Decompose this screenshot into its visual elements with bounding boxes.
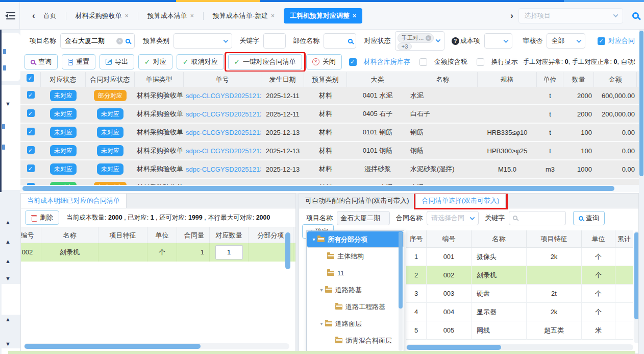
row-checkbox[interactable] [27, 91, 35, 99]
tree-item[interactable]: 道路工程路基 [307, 298, 404, 315]
doc-no-link[interactable]: sdpc-CLCGYSD2025121400( [184, 184, 261, 185]
sidebar-expand-icon[interactable] [5, 101, 11, 107]
amount-tax-checkbox[interactable] [419, 58, 427, 66]
row-checkbox[interactable] [27, 183, 35, 185]
project-name-input[interactable] [65, 37, 114, 45]
one-key-match-button[interactable]: 一键对应合同清单 [228, 54, 302, 69]
table-row[interactable]: 002 刻录机 个 1 [20, 243, 295, 262]
tree-item[interactable]: 道路路基 [307, 281, 404, 298]
tab-material-receipt[interactable]: 材料采购验收单× [72, 11, 132, 20]
table-row[interactable]: 5 005 网线 超五类 米 [406, 321, 633, 340]
page-bottom-scroll-strip[interactable] [8, 351, 635, 354]
tab-budget-cost[interactable]: 预算成本清单× [144, 11, 197, 20]
reset-button[interactable]: 重置 [62, 54, 95, 69]
row-checkbox[interactable] [27, 128, 35, 135]
tree-vertical-scrollbar[interactable] [399, 232, 403, 351]
project-select[interactable]: 选择项目 [518, 8, 623, 23]
scrollbar-thumb[interactable] [407, 345, 501, 350]
table-row[interactable]: 未对应 未对应 材料采购验收单 sdpc-CLCGYSD2025121200( … [20, 105, 639, 124]
sidebar-expand-icon[interactable] [5, 258, 11, 264]
panel-horizontal-scrollbar[interactable] [24, 343, 289, 349]
wrap-line-checkbox[interactable] [477, 58, 484, 66]
close-icon[interactable]: × [190, 12, 194, 19]
page-vertical-scrollbar[interactable] [639, 30, 644, 354]
match-button[interactable]: 对应 [138, 54, 172, 69]
table-row[interactable]: 未对应 未对应 材料采购验收单 sdpc-CLCGYSD2025121300( … [20, 160, 639, 179]
doc-no-link[interactable]: sdpc-CLCGYSD2025121300( [184, 166, 261, 173]
table-horizontal-scrollbar[interactable] [406, 344, 633, 350]
row-checkbox[interactable] [27, 109, 35, 117]
tab-home[interactable]: 首页 [40, 11, 60, 20]
export-button[interactable]: 导出 [100, 54, 134, 69]
sidebar-expand-icon[interactable] [5, 220, 11, 225]
query-button[interactable]: 查询 [24, 54, 58, 69]
menu-collapse-icon[interactable] [5, 12, 16, 20]
table-horizontal-scrollbar[interactable] [20, 185, 639, 192]
row-checkbox[interactable] [27, 146, 35, 154]
contract-select[interactable]: 请选择合同 [427, 211, 479, 225]
scrollbar-thumb[interactable] [22, 186, 614, 191]
query-button[interactable]: 查询 [573, 211, 605, 225]
clear-icon[interactable] [116, 38, 123, 44]
sidebar-expand-icon[interactable] [5, 239, 11, 245]
part-name-input[interactable] [327, 37, 348, 45]
tree-item[interactable]: 主体结构 [307, 248, 404, 265]
close-button[interactable]: 关闭 [306, 54, 342, 69]
scrollbar-thumb[interactable] [639, 31, 643, 176]
table-row[interactable]: 未对应 未对应 材料采购验收单 sdpc-CLCGYSD2025121300( … [20, 142, 639, 160]
tree-item[interactable]: 沥青混合料面层 [307, 332, 404, 349]
tabs-scroll-right-icon[interactable]: › [505, 11, 518, 21]
sidebar-expand-icon[interactable] [5, 276, 11, 281]
table-row[interactable]: 2 002 刻录机 个 [406, 266, 633, 285]
doc-no-link[interactable]: sdpc-CLCGYSD2025121200( [184, 92, 261, 100]
tab-contract-select[interactable]: 合同清单选择(双击可带入) [416, 194, 506, 208]
search-icon[interactable] [348, 39, 353, 43]
match-contract-checkbox[interactable] [598, 37, 605, 45]
budget-type-select[interactable] [174, 33, 232, 49]
keyword-input[interactable] [263, 33, 286, 49]
doc-no-link[interactable]: sdpc-CLCGYSD2025121300( [184, 147, 261, 155]
scrollbar-thumb[interactable] [399, 232, 403, 309]
match-qty-input[interactable] [215, 245, 243, 259]
caret-down-icon[interactable] [318, 287, 325, 293]
material-stock-checkbox[interactable] [349, 58, 357, 66]
delete-button[interactable]: 删除 [25, 210, 59, 225]
sidebar-expand-icon[interactable] [5, 341, 11, 347]
scrollbar-thumb[interactable] [24, 344, 201, 349]
tab-budget-cost-new[interactable]: 预算成本清单-新建× [210, 11, 278, 20]
caret-down-icon[interactable] [318, 321, 325, 326]
tab-matched-contract-list[interactable]: 当前成本明细已对应的合同清单 [21, 194, 127, 208]
panel-vertical-scrollbar[interactable] [285, 232, 290, 269]
tab-active-adjust[interactable]: 工料机预算对应调整× [284, 8, 362, 23]
tabs-scroll-left-icon[interactable]: ‹ [27, 11, 40, 21]
caret-down-icon[interactable] [310, 237, 317, 242]
tab-auto-match-list[interactable]: 可自动匹配的合同清单(双击可带入) [299, 194, 416, 208]
table-row[interactable]: 3 003 硬盘 2t 个 [406, 285, 633, 303]
project-name-input[interactable] [337, 211, 390, 225]
table-row[interactable]: 未对应 未对应 材料采购验收单 sdpc-CLCGYSD2025121300( … [20, 124, 639, 142]
doc-no-link[interactable]: sdpc-CLCGYSD2025121300( [184, 129, 261, 136]
cost-item-select[interactable] [484, 33, 513, 49]
row-checkbox[interactable] [27, 164, 35, 172]
table-row[interactable]: 已对应 部分对应 材料采购验收单 sdpc-CLCGYSD2025121400(… [20, 179, 639, 185]
table-row[interactable]: 未对应 部分对应 材料采购验收单 sdpc-CLCGYSD2025121200(… [20, 87, 639, 105]
sidebar-expand-icon[interactable] [5, 317, 11, 322]
help-icon[interactable] [452, 37, 459, 45]
tree-item-all-sections[interactable]: 所有分部分项 [307, 231, 404, 248]
close-icon[interactable]: × [271, 12, 275, 19]
table-vertical-scrollbar[interactable] [634, 231, 639, 343]
close-icon[interactable]: × [353, 12, 356, 19]
close-icon[interactable]: × [125, 12, 129, 19]
doc-no-link[interactable]: sdpc-CLCGYSD2025121200( [184, 110, 261, 118]
tree-item[interactable]: 11 [307, 265, 404, 281]
remove-tag-icon[interactable] [426, 35, 431, 41]
select-all-checkbox[interactable] [27, 74, 34, 82]
match-status-multiselect[interactable]: 手工对… +3 [395, 31, 444, 51]
table-row[interactable]: 4 004 显示器 2k 个 [406, 303, 633, 321]
scrollbar-thumb[interactable] [634, 232, 639, 319]
table-row[interactable]: 1 001 摄像头 2k 个 [406, 248, 633, 266]
search-icon[interactable] [126, 39, 130, 43]
search-icon[interactable] [632, 12, 639, 19]
tree-item[interactable]: 道路面层 [307, 315, 404, 332]
unmatch-button[interactable]: 取消对应 [177, 54, 224, 69]
